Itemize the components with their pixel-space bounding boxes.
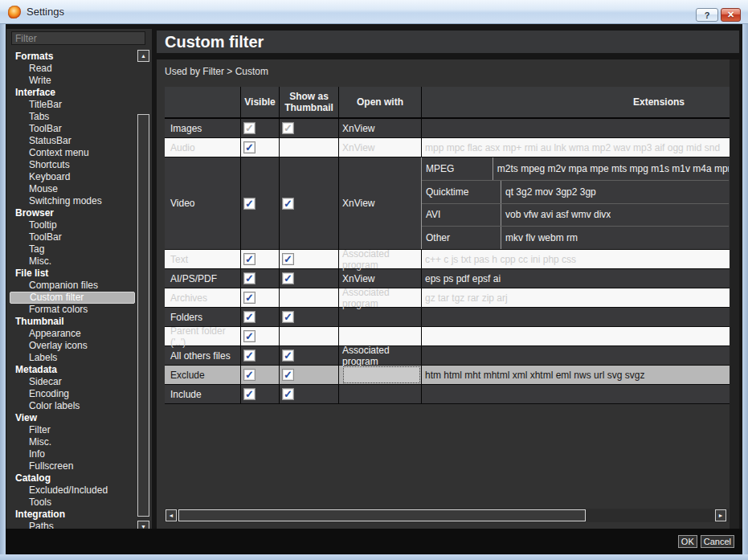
filter-row-ai-ps-pdf[interactable]: AI/PS/PDF✓✓XnVieweps ps pdf epsf ai [165, 269, 730, 288]
open-with-cell[interactable]: XnView [339, 269, 422, 288]
open-with-cell[interactable]: Associated program [339, 346, 422, 365]
checkbox[interactable]: ✓ [243, 330, 255, 342]
sidebar-item-custom-filter[interactable]: Custom filter [10, 292, 135, 304]
sidebar-item-integration[interactable]: Integration [6, 509, 152, 521]
open-with-cell[interactable] [339, 385, 422, 403]
open-with-cell[interactable] [339, 308, 422, 326]
visible-cell[interactable]: ✓ [241, 288, 280, 307]
visible-cell[interactable]: ✓ [241, 269, 280, 288]
extensions-cell[interactable] [422, 327, 730, 345]
checkbox[interactable]: ✓ [243, 292, 255, 304]
filter-row-folders[interactable]: Folders✓✓ [165, 308, 730, 327]
checkbox[interactable]: ✓ [243, 141, 255, 153]
extensions-cell[interactable]: mpp mpc flac asx mp+ rmi au lnk wma mp2 … [422, 138, 730, 157]
visible-cell[interactable]: ✓ [241, 366, 280, 384]
sidebar-item-formats[interactable]: Formats [6, 51, 152, 63]
filter-row-parent-folder[interactable]: Parent folder ('..')✓ [165, 327, 730, 346]
visible-cell[interactable]: ✓ [241, 119, 280, 137]
row-label[interactable]: Text [165, 250, 241, 268]
sidebar-item-color-labels[interactable]: Color labels [6, 400, 152, 412]
sidebar-item-tools[interactable]: Tools [6, 497, 152, 509]
scroll-left-button[interactable]: ◄ [166, 509, 177, 521]
thumbnail-cell[interactable] [280, 138, 339, 157]
thumbnail-cell[interactable]: ✓ [280, 366, 339, 384]
extensions-cell[interactable]: c++ c js txt pas h cpp cc ini php css [422, 250, 730, 268]
checkbox[interactable]: ✓ [243, 253, 255, 265]
extensions-cell[interactable]: MPEGm2ts mpeg m2v mpa mpe mts mpg m1s m1… [421, 157, 729, 249]
row-label[interactable]: Audio [165, 138, 241, 157]
titlebar[interactable]: Settings ? ✕ [0, 0, 748, 24]
scroll-right-button[interactable]: ► [715, 509, 726, 521]
checkbox[interactable]: ✓ [282, 349, 294, 362]
checkbox[interactable]: ✓ [243, 198, 255, 210]
subrow-extensions[interactable]: qt 3g2 mov 3gp2 3gp [501, 186, 596, 198]
row-label[interactable]: AI/PS/PDF [165, 269, 241, 288]
sidebar-item-shortcuts[interactable]: Shortcuts [6, 159, 152, 171]
sidebar-item-fullscreen[interactable]: Fullscreen [6, 460, 152, 472]
sidebar-item-tag[interactable]: Tag [6, 243, 152, 255]
sidebar-item-thumbnail[interactable]: Thumbnail [6, 316, 152, 328]
subrow-extensions[interactable]: m2ts mpeg m2v mpa mpe mts mpg m1s m1v m4… [493, 163, 729, 174]
subrow-extensions[interactable]: vob vfw avi asf wmv divx [501, 209, 611, 220]
sidebar-item-tabs[interactable]: Tabs [6, 111, 152, 123]
horizontal-scrollbar-thumb[interactable] [178, 509, 586, 521]
checkbox[interactable]: ✓ [243, 311, 255, 323]
extensions-cell[interactable] [422, 385, 730, 403]
visible-cell[interactable]: ✓ [241, 157, 280, 249]
open-with-cell[interactable]: Associated program [339, 250, 422, 268]
cancel-button[interactable]: Cancel [701, 535, 734, 548]
checkbox[interactable]: ✓ [243, 272, 255, 284]
extensions-cell[interactable]: gz tar tgz rar zip arj [422, 288, 730, 307]
checkbox[interactable]: ✓ [243, 349, 255, 362]
sidebar-item-interface[interactable]: Interface [6, 87, 152, 99]
checkbox[interactable]: ✓ [282, 311, 294, 323]
ok-button[interactable]: OK [678, 535, 697, 548]
sidebar-item-file-list[interactable]: File list [6, 268, 152, 280]
checkbox[interactable]: ✓ [243, 122, 255, 134]
row-label[interactable]: Images [165, 119, 241, 137]
row-label[interactable]: Archives [165, 288, 241, 307]
filter-row-archives[interactable]: Archives✓Associated programgz tar tgz ra… [165, 288, 730, 308]
sidebar-item-view[interactable]: View [6, 412, 152, 424]
sidebar-item-switching-modes[interactable]: Switching modes [6, 195, 152, 207]
visible-cell[interactable]: ✓ [241, 346, 280, 365]
filter-row-video[interactable]: Video✓✓XnViewMPEGm2ts mpeg m2v mpa mpe m… [165, 157, 730, 250]
visible-cell[interactable]: ✓ [241, 250, 280, 268]
row-label[interactable]: All others files [165, 346, 241, 365]
visible-cell[interactable]: ✓ [241, 308, 280, 326]
open-with-cell[interactable]: Associated program [339, 288, 422, 307]
sidebar-item-write[interactable]: Write [6, 75, 152, 87]
open-with-focus-editor[interactable] [343, 366, 420, 383]
checkbox[interactable]: ✓ [282, 369, 294, 381]
filter-row-audio[interactable]: Audio✓XnViewmpp mpc flac asx mp+ rmi au … [165, 138, 730, 157]
sidebar-item-context-menu[interactable]: Context menu [6, 147, 152, 159]
open-with-cell[interactable]: XnView [339, 119, 422, 137]
filter-row-images[interactable]: Images✓✓XnView [165, 119, 730, 138]
sidebar-item-browser[interactable]: Browser [6, 207, 152, 219]
tree-filter-input[interactable] [11, 31, 145, 45]
thumbnail-cell[interactable]: ✓ [280, 157, 339, 249]
checkbox[interactable]: ✓ [243, 388, 255, 400]
open-with-cell[interactable] [339, 327, 422, 345]
sidebar-item-misc[interactable]: Misc. [6, 255, 152, 268]
visible-cell[interactable]: ✓ [241, 327, 280, 345]
checkbox[interactable]: ✓ [282, 272, 294, 284]
checkbox[interactable]: ✓ [282, 198, 294, 210]
sidebar-item-toolbar[interactable]: ToolBar [6, 123, 152, 135]
sidebar-item-mouse[interactable]: Mouse [6, 183, 152, 195]
filter-row-text[interactable]: Text✓✓Associated programc++ c js txt pas… [165, 250, 730, 269]
checkbox[interactable]: ✓ [282, 388, 294, 400]
filter-row-include[interactable]: Include✓✓ [165, 385, 730, 404]
open-with-cell[interactable] [339, 366, 422, 384]
filter-row-all-others-files[interactable]: All others files✓✓Associated program [165, 346, 730, 366]
thumbnail-cell[interactable]: ✓ [280, 308, 339, 326]
thumbnail-cell[interactable]: ✓ [280, 346, 339, 365]
sidebar-item-misc[interactable]: Misc. [6, 436, 152, 448]
thumbnail-cell[interactable]: ✓ [280, 269, 339, 288]
sidebar-item-toolbar[interactable]: ToolBar [6, 231, 152, 243]
sidebar-item-statusbar[interactable]: StatusBar [6, 135, 152, 147]
tree-scrollbar-thumb[interactable] [137, 114, 149, 517]
open-with-cell[interactable]: XnView [339, 138, 422, 157]
video-subrow-other[interactable]: Othermkv flv webm rm [422, 227, 729, 249]
sidebar-item-read[interactable]: Read [6, 63, 152, 75]
